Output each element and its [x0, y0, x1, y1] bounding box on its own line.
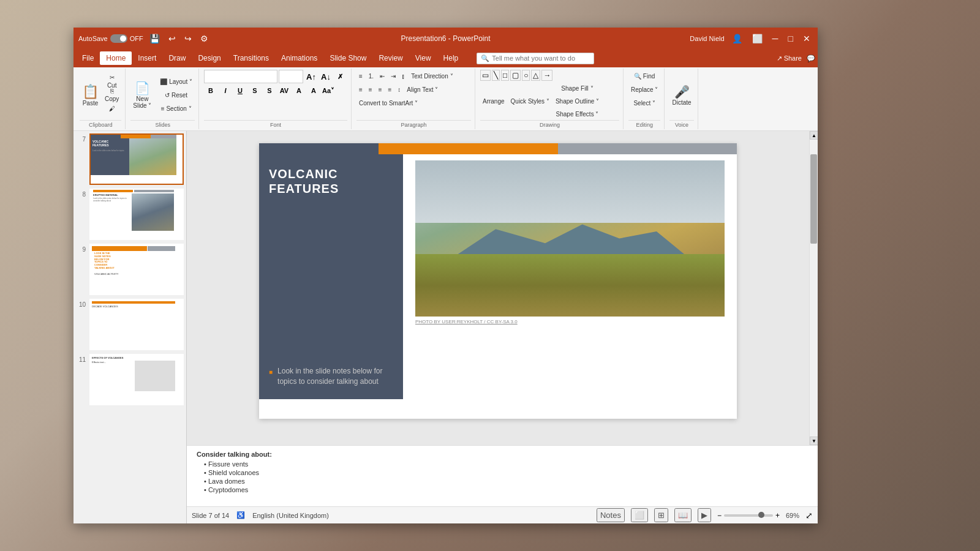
scroll-down-button[interactable]: ▼ — [810, 437, 818, 445]
replace-button[interactable]: Replace ˅ — [628, 83, 660, 96]
shape-rect[interactable]: ▭ — [480, 70, 491, 81]
save-icon[interactable]: 💾 — [147, 32, 162, 45]
increase-indent-button[interactable]: ⇥ — [388, 70, 398, 82]
shadow-button[interactable]: S — [263, 84, 276, 97]
reading-view-button[interactable]: 📖 — [674, 508, 692, 522]
zoom-in-button[interactable]: + — [775, 511, 780, 520]
share-btn[interactable]: ↗ Share — [777, 54, 802, 62]
font-size-dropdown[interactable]: Aa˅ — [322, 84, 335, 97]
align-center-button[interactable]: ≡ — [366, 83, 375, 96]
slide-thumb-10[interactable]: 10 DECADE VOLCANOES — [76, 299, 184, 350]
cut-button[interactable]: ✂ Cut — [102, 75, 121, 88]
bold-button[interactable]: B — [204, 84, 217, 97]
align-right-button[interactable]: ≡ — [376, 83, 385, 96]
slide-img-7[interactable]: VOLCANICFEATURES Look in the slide notes… — [89, 133, 184, 185]
menu-home[interactable]: Home — [100, 51, 132, 65]
menu-insert[interactable]: Insert — [132, 51, 162, 65]
comments-icon[interactable]: 💬 — [807, 54, 815, 62]
section-button[interactable]: ≡ Section ˅ — [157, 102, 195, 114]
slide-sorter-button[interactable]: ⊞ — [654, 508, 668, 522]
bullets-button[interactable]: ≡ — [356, 70, 365, 82]
align-text-button[interactable]: Align Text ˅ — [404, 83, 440, 96]
text-direction-button[interactable]: Text Direction ˅ — [409, 70, 455, 82]
notes-button[interactable]: Notes — [597, 508, 625, 522]
font-size-input[interactable] — [279, 70, 303, 83]
menu-transitions[interactable]: Transitions — [227, 51, 275, 65]
slide-title[interactable]: VOLCANIC FEATURES — [269, 167, 393, 196]
redo-icon[interactable]: ↪ — [182, 32, 194, 45]
align-left-button[interactable]: ≡ — [356, 83, 365, 96]
slide-thumb-8[interactable]: 8 ERUPTED MATERIAL Look in the slide not… — [76, 189, 184, 240]
new-slide-button[interactable]: 📄 NewSlide ˅ — [130, 80, 154, 110]
italic-button[interactable]: I — [219, 84, 232, 97]
find-button[interactable]: 🔍 Find — [631, 70, 657, 82]
shape-round-rect[interactable]: ▢ — [510, 70, 521, 81]
shape-oval[interactable]: ○ — [522, 70, 530, 81]
slide-panel[interactable]: 7 VOLCANICFEATURES Look in the slide not… — [74, 131, 187, 523]
menu-slideshow[interactable]: Slide Show — [323, 51, 372, 65]
shape-tri[interactable]: △ — [531, 70, 540, 81]
copy-button[interactable]: ⎘ Copy — [102, 89, 121, 101]
menu-file[interactable]: File — [76, 51, 100, 65]
slide-img-8[interactable]: ERUPTED MATERIAL Look in the slide notes… — [89, 189, 184, 240]
slide-thumb-11[interactable]: 11 EFFECTS OF VOLCANOES Effects text... — [76, 354, 184, 405]
quick-styles-button[interactable]: Quick Styles ˅ — [508, 95, 552, 107]
menu-draw[interactable]: Draw — [162, 51, 192, 65]
shape-outline-button[interactable]: Shape Outline ˅ — [553, 95, 601, 107]
decrease-indent-button[interactable]: ⇤ — [377, 70, 387, 82]
zoom-out-button[interactable]: − — [717, 511, 722, 520]
autosave-toggle[interactable] — [110, 34, 127, 43]
maximize-icon[interactable]: □ — [786, 32, 796, 45]
justify-button[interactable]: ≡ — [386, 83, 394, 96]
slideshow-button[interactable]: ▶ — [698, 508, 711, 522]
scroll-up-button[interactable]: ▲ — [810, 131, 818, 140]
current-slide[interactable]: VOLCANIC FEATURES ■ Look in the slide no… — [259, 143, 737, 419]
undo-icon[interactable]: ↩ — [166, 32, 178, 45]
normal-view-button[interactable]: ⬜ — [631, 508, 648, 522]
tell-me-search[interactable]: 🔍 — [477, 53, 594, 64]
select-button[interactable]: Select ˅ — [631, 97, 658, 109]
slide-img-10[interactable]: DECADE VOLCANOES — [89, 299, 184, 350]
font-grow-button[interactable]: A↑ — [304, 70, 318, 83]
close-icon[interactable]: ✕ — [801, 32, 813, 45]
arrange-button[interactable]: Arrange — [480, 95, 507, 107]
columns-button[interactable]: ⫿ — [399, 70, 407, 82]
shape-rect2[interactable]: □ — [501, 70, 509, 81]
restore-icon[interactable]: ⬜ — [750, 32, 765, 45]
slide-img-11[interactable]: EFFECTS OF VOLCANOES Effects text... — [89, 354, 184, 405]
shape-effects-button[interactable]: Shape Effects ˅ — [553, 108, 601, 120]
line-spacing-button[interactable]: ↕ — [395, 83, 403, 96]
slide-bullet-text[interactable]: Look in the slide notes below for topics… — [277, 366, 393, 387]
zoom-thumb[interactable] — [758, 512, 764, 518]
slide-thumb-9[interactable]: 9 LOOK IN THESLIDE NOTESBELOW FORTOPICS … — [76, 244, 184, 295]
shape-arrow[interactable]: → — [541, 70, 552, 81]
slide-img-9[interactable]: LOOK IN THESLIDE NOTESBELOW FORTOPICS TO… — [89, 244, 184, 295]
reset-button[interactable]: ↺ Reset — [157, 89, 195, 101]
font-shrink-button[interactable]: A↓ — [319, 70, 333, 83]
format-painter-button[interactable]: 🖌 — [102, 102, 121, 114]
slide-edit-area[interactable]: VOLCANIC FEATURES ■ Look in the slide no… — [187, 131, 809, 445]
shape-line[interactable]: ╲ — [492, 70, 500, 81]
menu-view[interactable]: View — [409, 51, 437, 65]
settings-icon[interactable]: ⚙ — [198, 32, 211, 45]
convert-smartart-button[interactable]: Convert to SmartArt ˅ — [356, 97, 420, 109]
dictate-button[interactable]: 🎤 Dictate — [669, 80, 693, 110]
fit-slide-button[interactable]: ⤢ — [805, 511, 813, 520]
strikethrough-button[interactable]: S — [248, 84, 262, 97]
highlight-button[interactable]: A — [307, 84, 320, 97]
notes-area[interactable]: Consider talking about: Fissure vents Sh… — [187, 445, 818, 506]
scroll-thumb[interactable] — [810, 154, 817, 244]
scroll-track[interactable] — [810, 140, 818, 437]
slide-thumb-7[interactable]: 7 VOLCANICFEATURES Look in the slide not… — [76, 133, 184, 185]
zoom-level[interactable]: 69% — [786, 512, 799, 519]
menu-help[interactable]: Help — [437, 51, 465, 65]
menu-review[interactable]: Review — [372, 51, 409, 65]
minimize-icon[interactable]: ─ — [770, 32, 781, 45]
char-spacing-button[interactable]: AV — [277, 84, 291, 97]
layout-button[interactable]: ⬛ Layout ˅ — [157, 75, 195, 88]
profile-icon[interactable]: 👤 — [729, 32, 745, 45]
font-color-button[interactable]: A — [292, 84, 306, 97]
underline-button[interactable]: U — [233, 84, 247, 97]
vertical-scrollbar[interactable]: ▲ ▼ — [809, 131, 818, 445]
menu-animations[interactable]: Animations — [275, 51, 323, 65]
